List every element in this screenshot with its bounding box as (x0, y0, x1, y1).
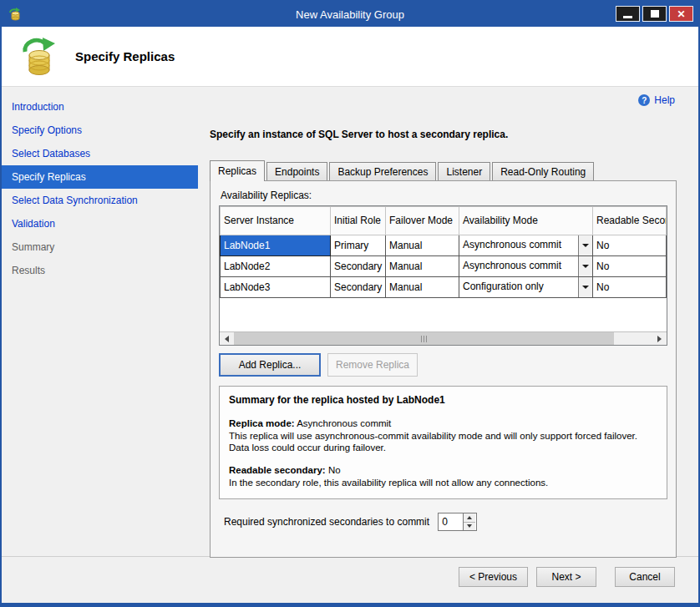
availability-mode-dropdown-0[interactable]: Asynchronous commit (459, 235, 593, 256)
server-instance-cell-2[interactable]: LabNode3 (221, 277, 331, 298)
failover-mode-cell-2[interactable]: Manual (386, 277, 459, 298)
availability-group-icon (20, 37, 58, 80)
required-secondaries-spinbox[interactable] (438, 513, 477, 531)
replica-row-labnode3[interactable]: LabNode3 Secondary Manual Configuration … (221, 277, 667, 298)
spin-down-icon (467, 524, 472, 528)
maximize-button[interactable] (642, 6, 667, 22)
window-controls: ✕ (616, 6, 693, 22)
scroll-right-icon (657, 336, 662, 342)
sidebar-item-results: Results (2, 259, 198, 282)
failover-mode-cell-0[interactable]: Manual (386, 235, 459, 256)
col-readable-secondary[interactable]: Readable Secondary (593, 207, 667, 235)
replica-buttons-row: Add Replica... Remove Replica (219, 353, 667, 377)
wizard-footer: < Previous Next > Cancel (2, 556, 698, 603)
sidebar-item-specify-options[interactable]: Specify Options (2, 119, 198, 142)
chevron-down-icon[interactable] (578, 256, 592, 276)
cancel-button[interactable]: Cancel (615, 567, 675, 587)
wizard-content: ? Help Specify an instance of SQL Server… (198, 87, 698, 556)
col-availability-mode[interactable]: Availability Mode (459, 207, 593, 235)
replica-mode-description: This replica will use asynchronous-commi… (229, 430, 657, 455)
help-link[interactable]: ? Help (638, 94, 675, 106)
readable-secondary-label: Readable secondary: (229, 465, 326, 475)
availability-mode-dropdown-1[interactable]: Asynchronous commit (459, 256, 593, 277)
help-label: Help (654, 94, 675, 106)
tab-replicas[interactable]: Replicas (210, 160, 265, 181)
app-icon (8, 8, 22, 21)
availability-mode-dropdown-2[interactable]: Configuration only (459, 277, 593, 298)
grid-header-row: Server Instance Initial Role Failover Mo… (221, 207, 667, 235)
close-button[interactable]: ✕ (669, 6, 693, 22)
readable-secondary-value: No (326, 465, 341, 475)
readable-secondary-summary: Readable secondary: No In the secondary … (229, 464, 657, 489)
maximize-icon (651, 10, 659, 18)
window-title: New Availability Group (2, 8, 698, 21)
replica-mode-value: Asynchronous commit (295, 418, 392, 428)
required-secondaries-row: Required synchronized secondaries to com… (219, 513, 667, 531)
page-title: Specify Replicas (75, 49, 175, 63)
col-server-instance[interactable]: Server Instance (221, 207, 331, 235)
close-icon: ✕ (677, 9, 685, 19)
scroll-left-icon (225, 336, 229, 342)
spin-buttons (463, 513, 475, 530)
tab-read-only-routing[interactable]: Read-Only Routing (492, 162, 594, 180)
chevron-down-icon[interactable] (578, 277, 592, 297)
chevron-down-icon[interactable] (578, 235, 592, 255)
spin-down-button[interactable] (464, 522, 475, 531)
spin-up-button[interactable] (464, 513, 475, 522)
tab-listener[interactable]: Listener (438, 162, 490, 180)
readable-secondary-cell-1[interactable]: No (593, 256, 667, 277)
readable-secondary-cell-0[interactable]: No (593, 235, 667, 256)
initial-role-cell-1[interactable]: Secondary (331, 256, 386, 277)
wizard-body: Introduction Specify Options Select Data… (2, 87, 698, 556)
sidebar-item-select-databases[interactable]: Select Databases (2, 142, 198, 165)
replicas-tab-panel: Availability Replicas: Server Instance I… (210, 180, 677, 558)
remove-replica-button: Remove Replica (327, 353, 418, 377)
add-replica-button[interactable]: Add Replica... (219, 353, 321, 377)
previous-button[interactable]: < Previous (459, 567, 528, 587)
readable-secondary-cell-2[interactable]: No (593, 277, 667, 298)
required-secondaries-input[interactable] (439, 513, 463, 530)
replica-mode-summary: Replica mode: Asynchronous commit This r… (229, 417, 657, 455)
replica-config-tabs: Replicas Endpoints Backup Preferences Li… (210, 160, 677, 180)
scrollbar-thumb[interactable] (234, 332, 614, 345)
server-instance-cell-0[interactable]: LabNode1 (221, 235, 331, 256)
replica-row-labnode1[interactable]: LabNode1 Primary Manual Asynchronous com… (221, 235, 667, 256)
tab-endpoints[interactable]: Endpoints (266, 162, 327, 180)
scroll-right-button[interactable] (652, 332, 667, 345)
tab-backup-preferences[interactable]: Backup Preferences (329, 162, 436, 180)
col-initial-role[interactable]: Initial Role (331, 207, 386, 235)
initial-role-cell-0[interactable]: Primary (331, 235, 386, 256)
availability-replicas-label: Availability Replicas: (221, 190, 667, 201)
replica-summary-panel: Summary for the replica hosted by LabNod… (219, 386, 667, 499)
minimize-button[interactable] (616, 6, 640, 22)
scroll-left-button[interactable] (220, 332, 234, 345)
server-instance-cell-1[interactable]: LabNode2 (221, 256, 331, 277)
wizard-header: Specify Replicas (2, 27, 698, 87)
availability-replicas-grid: Server Instance Initial Role Failover Mo… (219, 205, 667, 346)
scrollbar-track[interactable] (614, 332, 652, 345)
initial-role-cell-2[interactable]: Secondary (331, 277, 386, 298)
summary-title: Summary for the replica hosted by LabNod… (229, 394, 657, 407)
sidebar-item-summary: Summary (2, 235, 198, 259)
replica-row-labnode2[interactable]: LabNode2 Secondary Manual Asynchronous c… (221, 256, 667, 277)
sidebar-item-validation[interactable]: Validation (2, 212, 198, 235)
sidebar-item-specify-replicas[interactable]: Specify Replicas (2, 165, 198, 189)
minimize-icon (623, 16, 632, 18)
failover-mode-cell-1[interactable]: Manual (386, 256, 459, 277)
wizard-steps-sidebar: Introduction Specify Options Select Data… (2, 87, 198, 556)
sidebar-item-introduction[interactable]: Introduction (2, 95, 198, 119)
instruction-text: Specify an instance of SQL Server to hos… (210, 129, 677, 140)
new-availability-group-window: New Availability Group ✕ Specify Replica… (0, 0, 700, 607)
horizontal-scrollbar[interactable] (220, 331, 667, 345)
help-icon: ? (638, 94, 650, 106)
required-secondaries-label: Required synchronized secondaries to com… (224, 516, 429, 528)
titlebar[interactable]: New Availability Group ✕ (2, 2, 698, 27)
col-failover-mode[interactable]: Failover Mode (386, 207, 459, 235)
readable-secondary-description: In the secondary role, this availability… (229, 477, 657, 489)
replica-mode-label: Replica mode: (229, 418, 295, 428)
next-button[interactable]: Next > (536, 567, 596, 587)
spin-up-icon (467, 516, 472, 519)
sidebar-item-select-data-synchronization[interactable]: Select Data Synchronization (2, 189, 198, 212)
